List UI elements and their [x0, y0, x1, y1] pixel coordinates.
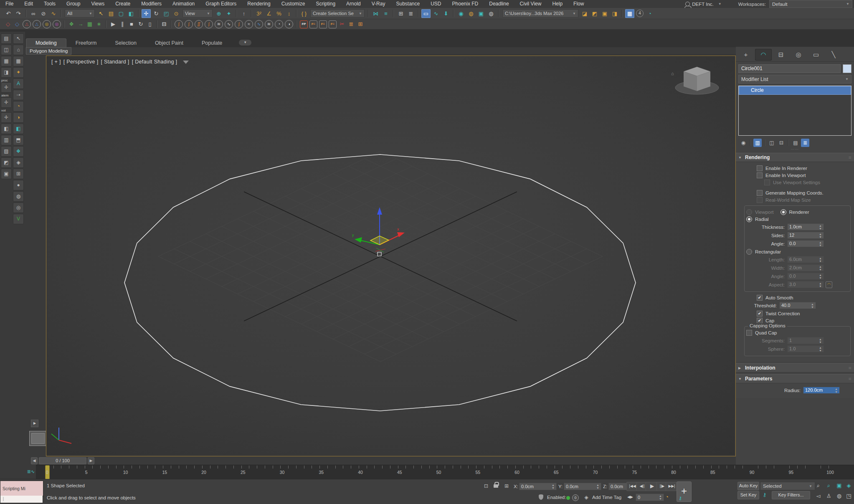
isolate-selection-icon[interactable]: ◪	[580, 9, 589, 18]
go-to-end-button[interactable]: ▶▶|	[666, 482, 678, 491]
perspective-viewport[interactable]: xy⌂ [ + ] [ Perspective ] [ Standard ] […	[46, 56, 736, 456]
ocean-icon[interactable]: ≋	[265, 20, 273, 28]
display-selected-only-icon[interactable]: ▣	[600, 9, 609, 18]
radius-field[interactable]: 120.0cm ▲▼	[803, 387, 840, 394]
wave-icon[interactable]: ∿	[225, 20, 233, 28]
modifier-stack[interactable]: Circle	[738, 86, 851, 136]
tool-dia-icon[interactable]: ❖	[13, 146, 24, 157]
tool-ring-icon[interactable]: ◎	[13, 203, 24, 213]
make-unique-icon[interactable]: ◫	[768, 139, 776, 147]
zoom-icon[interactable]: ⌕	[813, 481, 823, 490]
list-tool-icon[interactable]: ≣	[347, 20, 355, 28]
menu-item-scripting[interactable]: Scripting	[310, 0, 341, 8]
dock-preview3-icon[interactable]: ▦	[1, 56, 12, 66]
selection-filter-dropdown[interactable]: All▼	[65, 9, 95, 18]
orbit-icon[interactable]: ◍	[834, 492, 844, 500]
object-name-field[interactable]: Circle001	[738, 64, 841, 73]
menu-item-file[interactable]: File	[0, 0, 19, 8]
workspace-dropdown[interactable]: Default ▼	[769, 0, 852, 8]
value-field[interactable]: 12▲▼	[787, 232, 824, 239]
account-menu[interactable]: DEFT Inc. ▼	[685, 2, 721, 7]
select-and-place-icon[interactable]: ⊙	[172, 9, 181, 18]
bind-to-space-warp-icon[interactable]: ∿	[49, 9, 58, 18]
dock-preview1-icon[interactable]: ▤	[1, 33, 12, 44]
dock-preview4-icon[interactable]: ◨	[1, 67, 12, 78]
viewport-shading-label[interactable]: [ Default Shading ]	[132, 59, 177, 65]
key-filters-button[interactable]: Key Filters...	[772, 491, 810, 499]
isolate-selection-toggle-icon[interactable]: ⊡	[482, 482, 490, 490]
flow-arrow-icon[interactable]: →	[76, 20, 85, 28]
menu-item-flow[interactable]: Flow	[568, 0, 589, 8]
spinner-arrows-icon[interactable]: ▲▼	[819, 232, 822, 238]
field-of-view-icon[interactable]: ◅	[813, 492, 823, 500]
tool-half-icon[interactable]: ◑	[13, 112, 24, 123]
walk-through-icon[interactable]: ♙	[824, 492, 834, 500]
show-end-result-icon[interactable]: ▥	[753, 139, 762, 147]
viewport-canvas[interactable]: xy⌂	[46, 56, 735, 455]
phoenix-double-fire-icon[interactable]: ∬	[195, 20, 203, 28]
keyboard-shortcut-override-icon[interactable]: ↑	[239, 9, 248, 18]
configure-modifier-sets-icon[interactable]: ▤	[791, 139, 800, 147]
add-time-tag[interactable]: Add Time Tag	[592, 495, 621, 500]
zoom-extents-all-icon[interactable]: ◈	[844, 481, 854, 490]
viewport-layout-expand-button[interactable]: ▶	[31, 420, 38, 427]
tool-box-icon[interactable]: ⬒	[13, 135, 24, 145]
select-and-scale-icon[interactable]: ◰	[162, 9, 171, 18]
fume-panel1-icon[interactable]: F≡	[309, 20, 317, 28]
toggle-ribbon-icon[interactable]: ▭	[421, 9, 431, 18]
set-key-button[interactable]: Set Key	[737, 491, 759, 499]
vray-toolbar-icon[interactable]: V	[13, 214, 24, 224]
pin-stack-icon[interactable]: ◉	[739, 139, 748, 147]
menu-item-rendering[interactable]: Rendering	[242, 0, 276, 8]
dock-alem-icon[interactable]: ✛	[1, 97, 12, 108]
checkbox[interactable]	[757, 165, 763, 171]
fume-panel3-icon[interactable]: F≡	[329, 20, 337, 28]
tool-home-icon[interactable]: ⌂	[13, 45, 24, 55]
time-configuration-icon[interactable]: ◔	[663, 493, 671, 501]
value-field[interactable]: 40.0▲▼	[779, 302, 816, 309]
ribbon-tab-freeform[interactable]: Freeform	[66, 39, 106, 47]
radio-button[interactable]	[746, 216, 752, 222]
dock-preview6-icon[interactable]: ▥	[1, 135, 12, 145]
menu-item-phoenix-fd[interactable]: Phoenix FD	[447, 0, 484, 8]
toggle-scene-explorer-icon[interactable]: ⊞	[396, 9, 405, 18]
time-tag-cube-icon[interactable]: ◈	[583, 494, 590, 501]
phoenix-fire-icon[interactable]: ∫	[175, 20, 183, 28]
dock-proc-icon[interactable]: ✛	[1, 82, 12, 93]
loop-tool-icon[interactable]: ↻	[137, 20, 145, 28]
checkbox[interactable]	[757, 172, 763, 178]
ring-yellow-icon[interactable]: ◎	[43, 20, 51, 28]
spinner-arrows-icon[interactable]: ▲▼	[811, 302, 814, 309]
spiral-magenta-icon[interactable]: ◎	[53, 20, 61, 28]
grid-tool-icon[interactable]: ⊞	[356, 20, 365, 28]
menu-item-edit[interactable]: Edit	[19, 0, 38, 8]
polygon-modeling-panel-button[interactable]: Polygon Modeling	[26, 47, 71, 55]
liquid-icon[interactable]: ∿	[255, 20, 263, 28]
remove-modifier-icon[interactable]: ⊟	[777, 139, 786, 147]
tool-square-icon[interactable]: ◧	[13, 124, 24, 134]
stop-tool-icon[interactable]: ■	[127, 20, 136, 28]
compass-blue-icon[interactable]: △	[33, 20, 41, 28]
rendered-frame-window-icon[interactable]: ▣	[476, 9, 486, 18]
foam-icon[interactable]: ≈	[245, 20, 253, 28]
viewport-filter-icon[interactable]	[183, 61, 189, 64]
ribbon-tab-modeling[interactable]: Modeling	[26, 38, 66, 47]
menu-item-help[interactable]: Help	[547, 0, 568, 8]
select-and-manipulate-icon[interactable]: ✦	[224, 9, 233, 18]
time-slider-track[interactable]: 0510152025303540455055606570758085909510…	[36, 465, 854, 479]
value-field[interactable]: 1.0cm▲▼	[787, 223, 824, 230]
parameters-rollout-header[interactable]: ▼ Parameters ∷	[736, 374, 854, 383]
checkbox[interactable]: ✔	[757, 311, 763, 317]
zoom-all-icon[interactable]: ⌕	[824, 481, 834, 490]
set-keys-button[interactable]: +⚷	[677, 481, 692, 502]
select-and-rotate-icon[interactable]: ↻	[152, 9, 161, 18]
absolute-offset-toggle-icon[interactable]: ⊞	[503, 482, 510, 490]
curve-editor-icon[interactable]: ∿	[431, 9, 441, 18]
dock-preview2-icon[interactable]: ◫	[1, 45, 12, 55]
spinner-arrows-icon[interactable]: ▲▼	[819, 273, 822, 279]
smoke-icon[interactable]: ≋	[215, 20, 223, 28]
menu-item-graph-editors[interactable]: Graph Editors	[200, 0, 242, 8]
viewport-menu-plus[interactable]: [ + ]	[51, 59, 61, 65]
unlink-selection-icon[interactable]: ⊘	[39, 9, 48, 18]
menu-item-create[interactable]: Create	[110, 0, 136, 8]
